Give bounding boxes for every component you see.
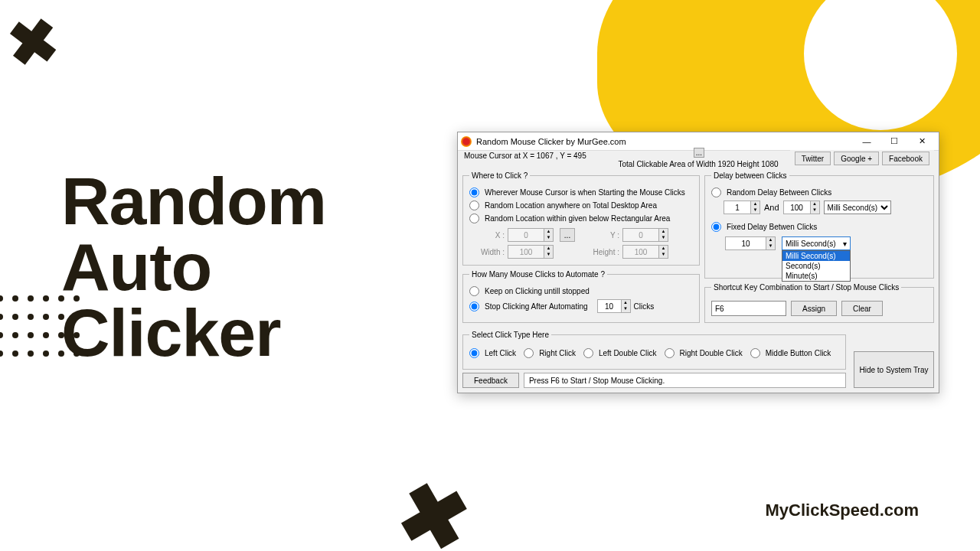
y-down[interactable]: ▼ — [659, 235, 668, 241]
where-radio-desktop[interactable] — [469, 201, 479, 210]
delay-radio-fixed[interactable] — [711, 222, 721, 232]
howmany-opt-stop: Stop Clicking After Automating — [485, 302, 588, 311]
maximize-button[interactable]: ☐ — [880, 133, 908, 150]
delay-opt-random: Random Delay Between Clicks — [727, 188, 831, 197]
twitter-button[interactable]: Twitter — [795, 152, 831, 165]
x-up[interactable]: ▲ — [544, 229, 553, 235]
delay-fixed-input[interactable] — [725, 236, 766, 250]
where-opt-desktop: Random Location anywhere on Total Deskto… — [485, 201, 657, 210]
bg-x-icon: ✖ — [387, 461, 480, 551]
h-up[interactable]: ▲ — [659, 246, 668, 252]
clicktype-radio-middle[interactable] — [750, 348, 760, 358]
app-window: Random Mouse Clicker by MurGee.com — ☐ ✕… — [457, 132, 939, 393]
where-radio-cursor[interactable] — [469, 187, 479, 197]
title-line-1: Random — [61, 163, 326, 239]
delay-radio-random[interactable] — [711, 187, 721, 197]
title-line-3: Clicker — [61, 295, 281, 370]
clicktype-radio-left-dbl[interactable] — [583, 348, 593, 358]
delay-legend: Delay between Clicks — [711, 171, 789, 180]
clicktype-group: Select Click Type Here Left Click Right … — [462, 331, 846, 370]
footer-brand: MyClickSpeed.com — [765, 500, 919, 520]
minimize-button[interactable]: — — [853, 133, 880, 150]
shortcut-legend: Shortcut Key Combination to Start / Stop… — [711, 283, 901, 292]
howmany-count-input[interactable] — [597, 299, 622, 313]
pick-rect-button[interactable]: ... — [560, 228, 575, 242]
cursor-status: Mouse Cursor at X = 1067 , Y = 495 — [464, 152, 586, 160]
clicktype-radio-left[interactable] — [469, 348, 479, 358]
delay-opt-fixed: Fixed Delay Betwen Clicks — [727, 223, 817, 231]
delay-group: Delay between Clicks Random Delay Betwee… — [704, 171, 934, 279]
delay-max-input[interactable] — [783, 201, 811, 214]
delay-fixed-unit-select[interactable]: Milli Second(s)▾ — [782, 236, 851, 250]
delay-unit-dropdown-list: Milli Second(s) Second(s) Minute(s) — [782, 250, 851, 282]
chevron-down-icon: ▾ — [843, 240, 847, 248]
w-up[interactable]: ▲ — [544, 246, 553, 252]
where-radio-rect[interactable] — [469, 214, 479, 223]
howmany-radio-stop[interactable] — [469, 302, 479, 311]
clicktype-radio-right[interactable] — [524, 348, 534, 358]
status-bar — [524, 373, 846, 388]
y-label: Y : — [584, 231, 619, 240]
howmany-unit: Clicks — [634, 302, 655, 311]
clicktype-legend: Select Click Type Here — [469, 331, 551, 339]
facebook-button[interactable]: Facebook — [882, 152, 929, 165]
clear-button[interactable]: Clear — [841, 301, 883, 316]
w-down[interactable]: ▼ — [544, 252, 553, 258]
hide-to-tray-button[interactable]: Hide to System Tray — [854, 351, 934, 388]
howmany-opt-keep: Keep on Clicking untill stopped — [485, 287, 590, 295]
shortcut-key-input[interactable] — [711, 301, 786, 316]
close-button[interactable]: ✕ — [908, 133, 936, 150]
where-legend: Where to Click ? — [469, 171, 530, 180]
window-title: Random Mouse Clicker by MurGee.com — [476, 137, 853, 146]
delay-random-unit-select[interactable]: Milli Second(s) — [824, 201, 891, 214]
delay-unit-option-sec[interactable]: Second(s) — [782, 261, 850, 271]
delay-unit-option-min[interactable]: Minute(s) — [782, 271, 850, 281]
pick-cursor-button[interactable]: ... — [694, 148, 704, 158]
y-input[interactable] — [622, 228, 659, 242]
width-input[interactable] — [508, 245, 544, 259]
delay-unit-option-ms[interactable]: Milli Second(s) — [782, 251, 850, 261]
y-up[interactable]: ▲ — [659, 229, 668, 235]
delay-min-input[interactable] — [724, 201, 751, 214]
app-icon — [461, 136, 472, 147]
where-to-click-group: Where to Click ? Wherever Mouse Cursor i… — [462, 171, 700, 266]
bg-x-icon: ✖ — [3, 5, 64, 82]
shortcut-group: Shortcut Key Combination to Start / Stop… — [704, 283, 934, 323]
x-down[interactable]: ▼ — [544, 235, 553, 241]
title-line-2: Auto — [61, 229, 211, 305]
h-down[interactable]: ▼ — [659, 252, 668, 258]
how-many-group: How Many Mouse Clicks to Automate ? Keep… — [462, 270, 700, 323]
height-input[interactable] — [622, 245, 659, 259]
count-down[interactable]: ▼ — [622, 306, 630, 312]
howmany-legend: How Many Mouse Clicks to Automate ? — [469, 270, 607, 279]
googleplus-button[interactable]: Google + — [834, 152, 879, 165]
where-opt-rect: Random Location within given below Recta… — [485, 214, 670, 223]
height-label: Height : — [584, 248, 619, 256]
page-title: Random Auto Clicker — [61, 168, 326, 367]
howmany-radio-keep[interactable] — [469, 286, 479, 296]
width-label: Width : — [469, 248, 505, 256]
assign-button[interactable]: Assign — [791, 301, 837, 316]
x-label: X : — [469, 231, 505, 240]
delay-and-label: And — [764, 203, 779, 212]
x-input[interactable] — [508, 228, 544, 242]
clicktype-radio-right-dbl[interactable] — [665, 348, 675, 358]
count-up[interactable]: ▲ — [622, 300, 630, 306]
feedback-button[interactable]: Feedback — [462, 373, 519, 388]
where-opt-cursor: Wherever Mouse Cursor is when Starting t… — [485, 188, 685, 197]
